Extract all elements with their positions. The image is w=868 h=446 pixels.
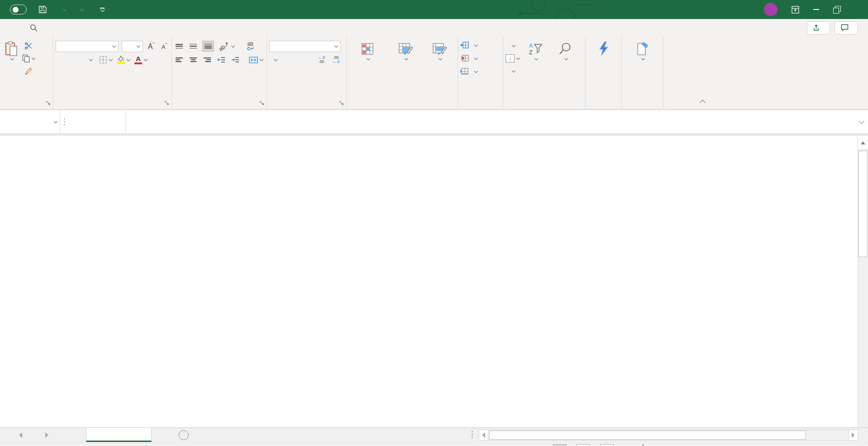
scroll-up-button[interactable] [858,136,868,150]
name-box-dropdown-icon [54,119,57,123]
align-right-button[interactable] [202,54,212,65]
conditional-formatting-icon [360,41,375,57]
increase-indent-button[interactable] [230,54,240,65]
number-format-combo[interactable] [269,41,341,52]
cut-button[interactable] [22,40,35,51]
borders-button[interactable] [99,54,112,65]
share-button[interactable] [807,21,830,34]
insert-cells-button[interactable] [460,39,477,51]
page-break-view-button[interactable] [600,444,614,446]
normal-view-button[interactable] [553,444,567,446]
number-dialog-launcher[interactable] [339,101,344,106]
insert-function-button[interactable] [105,114,123,129]
status-bar [0,442,868,446]
minimize-button[interactable] [806,0,826,19]
spreadsheet-grid [0,136,858,427]
format-as-table-button[interactable] [388,39,423,61]
format-painter-button[interactable] [22,66,35,77]
align-bottom-button[interactable] [202,41,214,52]
underline-button[interactable] [85,54,95,65]
cell-styles-dropdown-icon [438,57,442,60]
scroll-right-button[interactable] [849,430,858,440]
name-box[interactable] [0,110,60,133]
scroll-left-button[interactable] [479,430,488,440]
find-select-button[interactable] [551,39,579,61]
percent-style-button[interactable] [284,54,294,65]
formula-bar-splitter[interactable] [60,118,68,125]
autosum-button[interactable] [506,40,520,51]
horizontal-scroll-thumb[interactable] [489,431,806,440]
sort-filter-button[interactable]: A Z [521,39,549,61]
copy-button[interactable] [22,53,35,64]
ribbon-tab-row [0,19,868,36]
conditional-formatting-button[interactable] [349,39,386,61]
sheet-tab-sheet1[interactable] [86,428,152,442]
align-center-button[interactable] [188,54,198,65]
align-left-button[interactable] [174,54,184,65]
italic-button[interactable] [70,54,80,65]
paste-button[interactable] [2,39,20,61]
decrease-decimal-button[interactable]: .00→.0 [331,54,341,65]
cell-styles-button[interactable] [425,39,454,61]
next-sheet-button[interactable] [40,428,53,442]
undo-button[interactable] [57,2,72,17]
merge-center-button[interactable] [249,54,263,65]
enter-button[interactable] [88,114,105,129]
formula-input[interactable] [126,110,868,133]
wrap-text-button[interactable]: abc↵ [246,41,256,52]
font-name-combo[interactable] [56,41,119,52]
clipboard-dialog-launcher[interactable] [46,101,51,106]
alignment-dialog-launcher[interactable] [260,101,265,106]
orientation-button[interactable]: ab↗ [218,41,234,52]
ribbon-group-styles [347,36,458,109]
autosave-toggle[interactable] [6,5,27,14]
page-layout-view-button[interactable] [577,444,590,446]
search-icon [30,24,38,32]
quick-access-customize-button[interactable] [95,2,110,17]
zoom-slider[interactable] [643,444,644,446]
sensitivity-button[interactable] [634,39,652,61]
horizontal-scrollbar[interactable] [479,430,858,441]
ideas-button[interactable] [595,39,612,59]
comments-button[interactable] [835,21,858,34]
increase-font-button[interactable]: Aˆ [146,41,156,52]
tab-scroll-splitter[interactable] [472,431,473,438]
font-color-button[interactable]: A [134,54,147,65]
ideas-icon [597,41,610,57]
increase-decimal-button[interactable]: ←.0.00 [316,54,326,65]
save-button[interactable] [35,2,50,17]
delete-cells-button[interactable] [460,53,477,64]
fill-icon: ↓ [506,54,515,62]
align-middle-button[interactable] [188,41,198,52]
restore-button[interactable] [826,0,847,19]
align-top-button[interactable] [174,41,184,52]
search-box[interactable] [30,24,42,32]
cancel-button[interactable] [71,114,88,129]
collapse-ribbon-button[interactable] [700,100,706,106]
previous-sheet-button[interactable] [14,428,27,442]
clear-button[interactable] [506,66,520,77]
decrease-indent-icon [217,57,225,63]
fill-color-button[interactable] [117,54,130,65]
svg-text:Z: Z [529,49,532,56]
vertical-scroll-thumb[interactable] [858,151,868,257]
font-dialog-launcher[interactable] [165,101,170,106]
font-size-combo[interactable] [122,41,143,52]
format-as-table-icon [398,41,413,57]
close-button[interactable] [847,0,868,19]
ribbon-display-options-button[interactable] [785,0,806,19]
bold-button[interactable] [56,54,66,65]
vertical-scrollbar[interactable] [858,136,868,427]
format-cells-button[interactable] [460,66,477,77]
redo-button[interactable] [74,2,89,17]
accounting-format-button[interactable] [269,54,279,65]
ribbon: Aˆ Aˇ [0,36,868,110]
ribbon-group-clipboard [0,36,53,109]
expand-formula-bar-icon[interactable] [858,118,864,124]
decrease-indent-button[interactable] [216,54,226,65]
fill-button[interactable]: ↓ [506,53,520,64]
comma-style-button[interactable] [298,54,308,65]
avatar[interactable] [764,3,777,16]
decrease-font-button[interactable]: Aˇ [159,41,169,52]
new-sheet-button[interactable] [179,430,189,440]
